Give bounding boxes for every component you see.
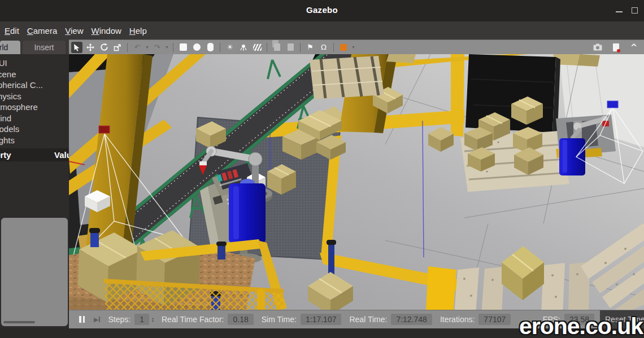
rtf-label: Real Time Factor: [162, 315, 224, 324]
value-column-header: Value [54, 148, 69, 161]
toolbar-separator [300, 43, 301, 52]
panel-tabs: World Insert [0, 41, 66, 54]
property-column-header: Property [0, 148, 11, 161]
paste-icon [288, 43, 294, 51]
scale-icon [114, 43, 122, 51]
tab-insert[interactable]: Insert [23, 41, 66, 54]
wood-pallet[interactable] [310, 56, 384, 99]
tree-item-lights[interactable]: Lights [0, 135, 69, 146]
sim-time-group: Sim Time: 1:17.107 [262, 314, 342, 325]
tree-item-scene[interactable]: Scene [0, 69, 69, 80]
rtf-group: Real Time Factor: 0.18 [162, 314, 254, 325]
tree-item-spherical[interactable]: Spherical C... [0, 80, 69, 91]
directional-light-icon [253, 44, 262, 51]
horizontal-scrollbar[interactable] [3, 321, 35, 323]
sim-time-value: 1:17.107 [301, 314, 342, 325]
toolbar-separator [173, 43, 173, 52]
undo-button[interactable]: ↶ [132, 42, 143, 53]
snap-button[interactable]: Ω [318, 42, 329, 53]
iterations-value: 77107 [478, 314, 511, 325]
directional-light-button[interactable] [251, 42, 263, 53]
toolbar-separator [267, 43, 267, 52]
expand-toolbar-button[interactable]: ^ [628, 42, 639, 53]
minimize-icon [616, 11, 623, 12]
steps-spinner-arrows[interactable]: ▴▾ [152, 317, 154, 322]
property-value-header: Property Value [0, 148, 69, 161]
gazebo-window: Gazebo Edit Camera View Window Help Worl… [0, 0, 644, 338]
toolbar-separator [220, 43, 220, 52]
menu-edit[interactable]: Edit [5, 26, 19, 36]
redo-dropdown[interactable]: ▾ [165, 45, 169, 50]
align-button[interactable]: ⚑ [304, 42, 316, 53]
tree-item-atmosphere[interactable]: Atmosphere [0, 102, 69, 113]
tree-item-gui[interactable]: GUI [0, 58, 69, 69]
step-button[interactable]: ▶ [94, 316, 100, 323]
point-light-button[interactable]: ☀ [224, 42, 236, 53]
select-arrow-icon [73, 43, 81, 51]
menu-help[interactable]: Help [129, 26, 147, 36]
spot-light-icon [240, 43, 247, 51]
toolbar-separator [333, 43, 334, 52]
camera-icon [593, 43, 602, 51]
tab-world[interactable]: World [0, 41, 20, 54]
data-logger-button[interactable] [610, 42, 621, 53]
menu-window[interactable]: Window [91, 26, 121, 36]
data-logger-icon [613, 43, 619, 51]
translate-tool-button[interactable] [85, 42, 96, 53]
insert-cylinder-button[interactable] [204, 42, 216, 53]
copy-button[interactable] [271, 42, 282, 53]
menu-camera[interactable]: Camera [27, 26, 57, 36]
iterations-group: Iterations: 77107 [440, 314, 511, 325]
redo-button[interactable]: ↷ [151, 42, 163, 53]
view-angle-button[interactable] [338, 42, 349, 53]
real-time-group: Real Time: 7:12.748 [349, 314, 432, 325]
scale-tool-button[interactable] [112, 42, 123, 53]
box-icon [180, 43, 187, 51]
watermark: erone.co.uk [519, 315, 643, 338]
spot-light-button[interactable] [238, 42, 249, 53]
screenshot-button[interactable] [592, 42, 603, 53]
steps-group: Steps: 1 ▴▾ [108, 314, 154, 325]
insert-sphere-button[interactable] [191, 42, 202, 53]
toolbar: ↶ ▾ ↷ ▾ ☀ ⚑ Ω ▾ [69, 39, 644, 54]
tree-item-wind[interactable]: Wind [0, 113, 69, 124]
insert-box-button[interactable] [177, 42, 189, 53]
rotate-tool-button[interactable] [98, 42, 110, 53]
cylinder-icon [207, 43, 214, 51]
tab-toolbar-row: World Insert ↶ ▾ ↷ ▾ [0, 39, 644, 54]
menu-bar: Edit Camera View Window Help [0, 21, 644, 39]
pause-button[interactable] [79, 316, 85, 323]
maximize-icon [632, 7, 638, 14]
window-title: Gazebo [0, 5, 644, 15]
sphere-icon [193, 43, 201, 51]
toolbar-right-group: ^ [592, 42, 641, 53]
select-tool-button[interactable] [71, 42, 82, 53]
tree-item-models[interactable]: Models [0, 124, 69, 135]
toolbar-separator [127, 43, 128, 52]
title-bar[interactable]: Gazebo [0, 0, 644, 21]
translate-icon [86, 43, 95, 52]
real-time-label: Real Time: [349, 315, 387, 324]
steps-spinner[interactable]: 1 [134, 314, 149, 325]
sim-time-label: Sim Time: [262, 315, 297, 324]
menu-view[interactable]: View [65, 26, 83, 36]
iterations-label: Iterations: [440, 315, 475, 324]
property-list-area[interactable] [1, 218, 68, 326]
rtf-value: 0.18 [228, 314, 253, 325]
world-tree: GUI Scene Spherical C... Physics Atmosph… [0, 54, 69, 146]
tree-item-physics[interactable]: Physics [0, 91, 69, 102]
minimize-button[interactable] [615, 7, 624, 15]
view-angle-dropdown[interactable]: ▾ [351, 45, 355, 50]
undo-dropdown[interactable]: ▾ [145, 45, 149, 50]
paste-button[interactable] [285, 42, 296, 53]
world-panel: GUI Scene Spherical C... Physics Atmosph… [0, 54, 69, 328]
view-angle-icon [340, 44, 347, 51]
render-viewport[interactable] [69, 54, 644, 328]
rotate-icon [100, 43, 108, 51]
real-time-value: 7:12.748 [391, 314, 432, 325]
steps-label: Steps: [108, 315, 130, 324]
scene-3d[interactable] [69, 54, 644, 328]
maximize-button[interactable] [630, 7, 639, 15]
